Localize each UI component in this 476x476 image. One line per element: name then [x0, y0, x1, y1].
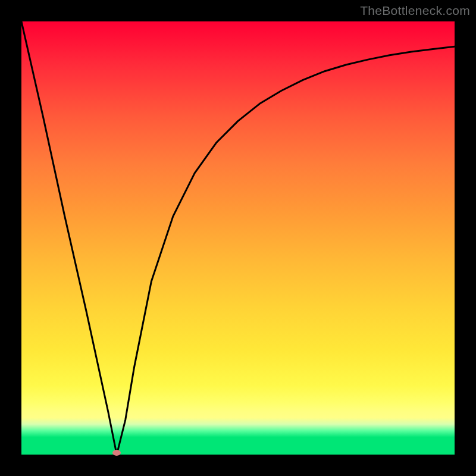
chart-frame: TheBottleneck.com	[0, 0, 476, 476]
watermark-text: TheBottleneck.com	[360, 4, 470, 18]
plot-area	[21, 21, 455, 455]
bottleneck-curve	[21, 21, 455, 455]
min-marker	[112, 450, 121, 456]
